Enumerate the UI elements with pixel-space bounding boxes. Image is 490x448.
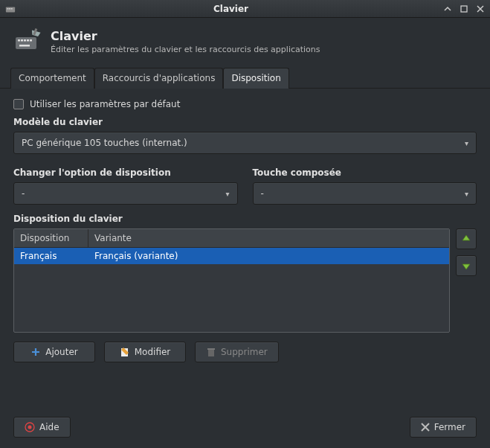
layout-option-label: Changer l'option de disposition bbox=[13, 167, 238, 178]
svg-rect-8 bbox=[24, 39, 26, 42]
svg-rect-11 bbox=[19, 45, 30, 47]
add-button[interactable]: Ajouter bbox=[13, 342, 95, 362]
table-row[interactable]: Français Français (variante) bbox=[14, 248, 449, 264]
edit-icon bbox=[120, 347, 130, 357]
compose-value: - bbox=[261, 188, 264, 199]
help-button-label: Aide bbox=[39, 422, 59, 432]
layout-option-combo[interactable]: - ▾ bbox=[13, 182, 238, 205]
svg-rect-2 bbox=[9, 8, 10, 9]
column-disposition[interactable]: Disposition bbox=[14, 229, 88, 247]
header-title: Clavier bbox=[51, 29, 320, 43]
window-title: Clavier bbox=[19, 4, 442, 14]
tabstrip: Comportement Raccourcis d'applications D… bbox=[0, 63, 490, 89]
svg-rect-0 bbox=[6, 7, 15, 12]
svg-rect-6 bbox=[18, 39, 20, 42]
model-value: PC générique 105 touches (internat.) bbox=[22, 138, 187, 148]
svg-rect-14 bbox=[208, 350, 214, 356]
maximize-button[interactable] bbox=[459, 4, 469, 14]
close-icon bbox=[421, 423, 430, 432]
content: Utiliser les paramètres par défaut Modèl… bbox=[0, 89, 490, 373]
move-up-button[interactable] bbox=[456, 228, 477, 249]
chevron-down-icon: ▾ bbox=[465, 190, 468, 198]
tab-raccourcis[interactable]: Raccourcis d'applications bbox=[94, 68, 224, 89]
svg-point-17 bbox=[28, 426, 32, 429]
table-header: Disposition Variante bbox=[14, 229, 449, 248]
defaults-checkbox-label: Utiliser les paramètres par défaut bbox=[30, 99, 180, 109]
svg-rect-10 bbox=[30, 39, 32, 42]
cell-disposition: Français bbox=[14, 248, 88, 264]
footer: Aide Fermer bbox=[0, 406, 490, 448]
plus-icon bbox=[30, 347, 41, 357]
layout-option-value: - bbox=[22, 188, 25, 199]
svg-rect-9 bbox=[27, 39, 29, 42]
compose-label: Touche composée bbox=[253, 167, 477, 178]
defaults-checkbox[interactable] bbox=[13, 99, 24, 109]
model-combo[interactable]: PC générique 105 touches (internat.) ▾ bbox=[13, 132, 477, 154]
tab-disposition[interactable]: Disposition bbox=[223, 68, 288, 89]
close-dialog-button[interactable]: Fermer bbox=[410, 417, 477, 438]
header: Clavier Éditer les paramètres du clavier… bbox=[0, 18, 490, 63]
chevron-down-icon: ▾ bbox=[465, 139, 468, 147]
svg-rect-3 bbox=[11, 8, 13, 9]
svg-rect-7 bbox=[21, 39, 23, 42]
chevron-down-icon: ▾ bbox=[225, 190, 229, 198]
svg-rect-5 bbox=[16, 37, 36, 49]
app-icon bbox=[4, 3, 16, 15]
edit-button[interactable]: Modifier bbox=[104, 342, 186, 362]
layout-table[interactable]: Disposition Variante Français Français (… bbox=[13, 228, 450, 333]
model-label: Modèle du clavier bbox=[13, 117, 477, 127]
edit-button-label: Modifier bbox=[135, 347, 171, 357]
close-button-label: Fermer bbox=[434, 422, 465, 432]
svg-rect-4 bbox=[461, 6, 467, 12]
svg-rect-15 bbox=[207, 348, 215, 350]
titlebar: Clavier bbox=[0, 0, 490, 18]
move-down-button[interactable] bbox=[456, 255, 477, 276]
svg-rect-1 bbox=[7, 8, 9, 9]
remove-button-label: Supprimer bbox=[221, 347, 268, 357]
add-button-label: Ajouter bbox=[45, 347, 78, 357]
cell-variante: Français (variante) bbox=[88, 248, 449, 264]
compose-combo[interactable]: - ▾ bbox=[253, 182, 477, 205]
close-button[interactable] bbox=[475, 4, 486, 14]
remove-button[interactable]: Supprimer bbox=[195, 342, 279, 362]
help-icon bbox=[25, 422, 35, 432]
header-subtitle: Éditer les paramètres du clavier et les … bbox=[51, 45, 320, 54]
column-variante[interactable]: Variante bbox=[88, 229, 449, 247]
layout-table-label: Disposition du clavier bbox=[13, 214, 477, 224]
keyboard-settings-icon bbox=[13, 27, 43, 57]
tab-comportement[interactable]: Comportement bbox=[10, 68, 94, 89]
remove-icon bbox=[206, 347, 216, 357]
rollup-button[interactable] bbox=[442, 4, 453, 14]
help-button[interactable]: Aide bbox=[13, 417, 71, 438]
